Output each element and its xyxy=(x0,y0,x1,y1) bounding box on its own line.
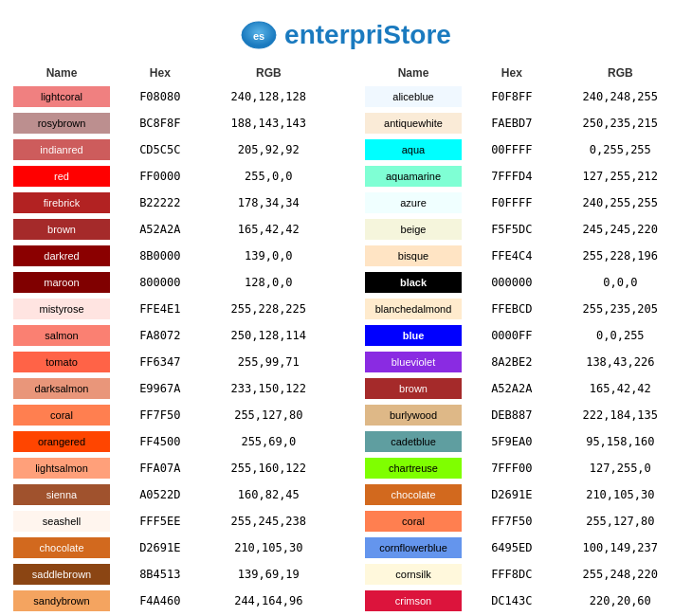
color-swatch: red xyxy=(13,166,110,187)
hex-value: FFE4C4 xyxy=(465,243,558,269)
hex-value: 6495ED xyxy=(465,534,558,561)
rgb-value: 255,228,225 xyxy=(207,296,331,322)
hex-value: FA8072 xyxy=(114,322,207,349)
hex-value: F08080 xyxy=(114,83,207,110)
rgb-value: 128,0,0 xyxy=(207,269,331,296)
table-row: chartreuse7FFF00127,255,0 xyxy=(361,455,683,481)
hex-value: FAEBD7 xyxy=(465,110,558,136)
hex-value: F0F8FF xyxy=(465,83,558,110)
hex-value: A52A2A xyxy=(465,375,558,402)
table-row: brownA52A2A165,42,42 xyxy=(361,375,683,402)
table-row: antiquewhiteFAEBD7250,235,215 xyxy=(361,110,683,136)
hex-value: F5F5DC xyxy=(465,216,558,243)
rgb-value: 255,0,0 xyxy=(207,163,331,190)
hex-value: 8A2BE2 xyxy=(465,349,558,375)
hex-value: 7FFFD4 xyxy=(465,163,558,190)
hex-value: DC143C xyxy=(465,588,558,614)
hex-value: D2691E xyxy=(465,481,558,508)
color-swatch: chocolate xyxy=(365,484,462,505)
rgb-value: 255,228,196 xyxy=(558,243,683,269)
rgb-value: 233,150,122 xyxy=(207,375,331,402)
color-swatch: cadetblue xyxy=(365,431,462,452)
rgb-value: 255,127,80 xyxy=(558,508,683,534)
rgb-value: 250,235,215 xyxy=(558,110,683,136)
rgb-value: 240,248,255 xyxy=(558,83,683,110)
color-swatch: cornsilk xyxy=(365,564,462,585)
rgb-value: 205,92,92 xyxy=(207,136,331,163)
right-header-hex: Hex xyxy=(465,63,558,83)
color-swatch: salmon xyxy=(13,325,110,346)
left-header-name: Name xyxy=(9,63,114,83)
color-swatch: chocolate xyxy=(13,537,110,558)
svg-text:es: es xyxy=(253,30,264,42)
hex-value: D2691E xyxy=(114,534,207,561)
hex-value: DEB887 xyxy=(465,402,558,428)
rgb-value: 255,248,220 xyxy=(558,561,683,588)
rgb-value: 127,255,212 xyxy=(558,163,683,190)
rgb-value: 255,245,238 xyxy=(207,508,331,534)
hex-value: 00FFFF xyxy=(465,136,558,163)
table-row: aqua00FFFF0,255,255 xyxy=(361,136,683,163)
hex-value: F4A460 xyxy=(114,588,207,614)
hex-value: 7FFF00 xyxy=(465,455,558,481)
rgb-value: 139,69,19 xyxy=(207,561,331,588)
hex-value: 8B0000 xyxy=(114,243,207,269)
left-color-table: Name Hex RGB lightcoralF08080240,128,128… xyxy=(9,63,331,616)
logo-icon: es xyxy=(241,17,277,53)
table-row: black0000000,0,0 xyxy=(361,269,683,296)
right-color-table: Name Hex RGB aliceblueF0F8FF240,248,255a… xyxy=(361,63,683,616)
app-title: enterpriStore xyxy=(284,20,451,50)
color-swatch: indianred xyxy=(13,139,110,160)
hex-value: B22222 xyxy=(114,190,207,216)
color-swatch: blue xyxy=(365,325,462,346)
hex-value: FFEBCD xyxy=(465,296,558,322)
color-swatch: sandybrown xyxy=(13,590,110,611)
color-swatch: antiquewhite xyxy=(365,113,462,134)
color-swatch: aqua xyxy=(365,139,462,160)
table-row: lightcoralF08080240,128,128 xyxy=(9,83,331,110)
rgb-value: 210,105,30 xyxy=(207,534,331,561)
rgb-value: 127,255,0 xyxy=(558,455,683,481)
hex-value: 0000FF xyxy=(465,322,558,349)
table-row: beigeF5F5DC245,245,220 xyxy=(361,216,683,243)
table-row: rosybrownBC8F8F188,143,143 xyxy=(9,110,331,136)
hex-value: FFE4E1 xyxy=(114,296,207,322)
table-row: blanchedalmondFFEBCD255,235,205 xyxy=(361,296,683,322)
color-swatch: aquamarine xyxy=(365,166,462,187)
rgb-value: 0,255,255 xyxy=(558,136,683,163)
hex-value: FF7F50 xyxy=(114,402,207,428)
hex-value: FF4500 xyxy=(114,428,207,455)
rgb-value: 95,158,160 xyxy=(558,428,683,455)
color-swatch: coral xyxy=(365,511,462,532)
right-header-rgb: RGB xyxy=(558,63,683,83)
rgb-value: 139,0,0 xyxy=(207,243,331,269)
rgb-value: 240,255,255 xyxy=(558,190,683,216)
color-swatch: coral xyxy=(13,405,110,426)
hex-value: BC8F8F xyxy=(114,110,207,136)
color-swatch: firebrick xyxy=(13,192,110,213)
color-swatch: tomato xyxy=(13,352,110,372)
rgb-value: 250,128,114 xyxy=(207,322,331,349)
table-row: tomatoFF6347255,99,71 xyxy=(9,349,331,375)
table-row: cornflowerblue6495ED100,149,237 xyxy=(361,534,683,561)
hex-value: 5F9EA0 xyxy=(465,428,558,455)
table-row: seashellFFF5EE255,245,238 xyxy=(9,508,331,534)
table-row: saddlebrown8B4513139,69,19 xyxy=(9,561,331,588)
hex-value: FF7F50 xyxy=(465,508,558,534)
left-header-hex: Hex xyxy=(114,63,207,83)
table-row: blueviolet8A2BE2138,43,226 xyxy=(361,349,683,375)
table-row: mistyroseFFE4E1255,228,225 xyxy=(9,296,331,322)
color-swatch: bisque xyxy=(365,245,462,266)
color-swatch: azure xyxy=(365,192,462,213)
rgb-value: 188,143,143 xyxy=(207,110,331,136)
color-swatch: mistyrose xyxy=(13,299,110,319)
hex-value: FF0000 xyxy=(114,163,207,190)
rgb-value: 244,164,96 xyxy=(207,588,331,614)
table-row: maroon800000128,0,0 xyxy=(9,269,331,296)
color-swatch: saddlebrown xyxy=(13,564,110,585)
table-row: coralFF7F50255,127,80 xyxy=(9,402,331,428)
hex-value: F0FFFF xyxy=(465,190,558,216)
rgb-value: 100,149,237 xyxy=(558,534,683,561)
table-row: blue0000FF0,0,255 xyxy=(361,322,683,349)
hex-value: FFA07A xyxy=(114,455,207,481)
